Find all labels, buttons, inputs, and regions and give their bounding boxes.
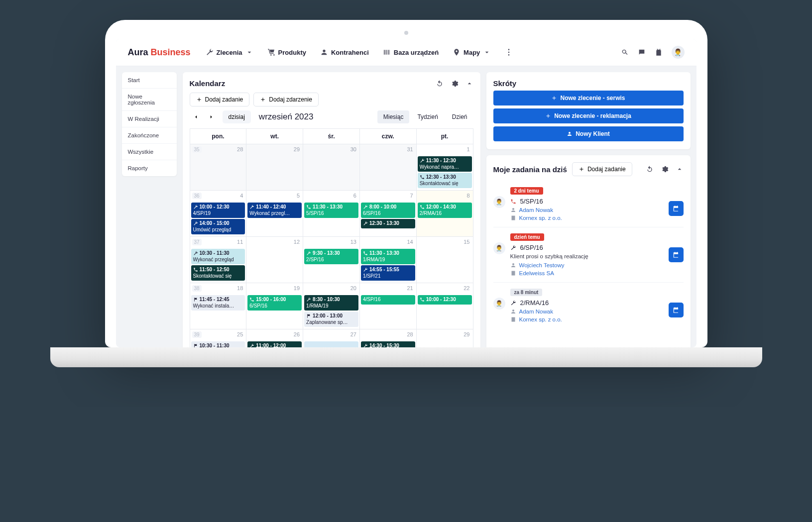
task-company[interactable]: Kornex sp. z o.o. <box>510 316 664 322</box>
calendar-cell[interactable]: 12 <box>246 237 303 283</box>
calendar-event[interactable]: 15:00 - 16:006/SP/16 <box>247 295 302 311</box>
wrench-icon <box>249 205 254 209</box>
nav-mapy[interactable]: Mapy <box>453 48 491 56</box>
calendar-event[interactable]: 12:30 - 13:30Skontaktować się <box>418 173 472 188</box>
task-calendar-button[interactable] <box>669 247 684 262</box>
sidebar-item-2[interactable]: W Realizacji <box>122 111 177 127</box>
calendar-cell[interactable]: 436 10:00 - 12:304/SP/19 14:00 - 15:00Um… <box>190 191 247 237</box>
tasks-refresh[interactable] <box>646 165 654 173</box>
calendar-cell[interactable]: 7 8:00 - 10:006/SP/16 12:30 - 13:30 <box>360 191 417 237</box>
calendar-event[interactable]: 10:30 - 11:30Wykonać instala… <box>191 341 245 347</box>
calendar-cell[interactable]: 1 11:30 - 12:30Wykonać napra… 12:30 - 13… <box>417 144 473 191</box>
view-month[interactable]: Miesiąc <box>377 110 410 123</box>
calendar-event[interactable]: 11:30 - 13:305/SP/16 <box>304 203 358 218</box>
calendar-cell[interactable]: 1838 11:45 - 12:45Wykonać instala… <box>190 283 247 329</box>
task-calendar-button[interactable] <box>669 303 684 317</box>
add-task-button[interactable]: Dodaj zadanie <box>190 93 250 106</box>
task-calendar-button[interactable] <box>669 201 684 216</box>
task-title[interactable]: 6/SP/16 <box>510 244 664 251</box>
nav-more[interactable] <box>505 48 513 56</box>
calendar-event[interactable]: 9:30 - 13:302/SP/16 <box>304 249 358 264</box>
new-service-order-button[interactable]: Nowe zlecenie - serwis <box>493 91 684 105</box>
calendar-collapse[interactable] <box>465 80 473 88</box>
calendar-cell[interactable]: 26 11:00 - 12:00Umówić przegląd <box>246 329 303 347</box>
prev-month[interactable] <box>190 110 203 123</box>
calendar-cell[interactable]: 8 12:00 - 14:302/RMA/16 <box>417 191 473 237</box>
calendar-settings[interactable] <box>451 80 459 88</box>
task-company[interactable]: Edelweiss SA <box>510 270 664 276</box>
calendar-cell[interactable]: 22 10:00 - 12:30 <box>417 283 473 329</box>
nav-zlecenia[interactable]: Zlecenia <box>206 48 253 56</box>
add-event-button[interactable]: Dodaj zdarzenie <box>253 93 319 106</box>
calendar-event[interactable]: 14:30 - 15:30 <box>361 341 415 347</box>
task-company[interactable]: Kornex sp. z o.o. <box>510 215 664 221</box>
week-number: 36 <box>192 193 202 199</box>
search-button[interactable] <box>621 48 629 56</box>
calendar-event[interactable]: 11:30 - 13:301/RMA/19 <box>361 249 415 264</box>
calendar-refresh[interactable] <box>436 80 444 88</box>
nav-baza[interactable]: Baza urządzeń <box>383 48 439 56</box>
calendar-cell[interactable]: 208:30 - 10:301/RMA/19 12:00 - 13:00Zapl… <box>303 283 360 329</box>
calendar-cell[interactable]: 28 14:30 - 15:30 <box>360 329 417 347</box>
calendar-cell[interactable]: 30 <box>303 144 360 191</box>
view-day[interactable]: Dzień <box>446 110 473 123</box>
calendar-event[interactable]: 11:45 - 12:45Wykonać instala… <box>191 295 245 311</box>
nav-kontrahenci[interactable]: Kontrahenci <box>320 48 369 56</box>
calendar-cell[interactable]: 19 15:00 - 16:006/SP/16 <box>246 283 303 329</box>
calendar-event[interactable]: 10:30 - 11:30Wykonać przegląd <box>191 249 245 264</box>
calendar-cell[interactable]: 29 <box>417 329 473 347</box>
calendar-cell[interactable]: 21 4/SP/16 <box>360 283 417 329</box>
next-month[interactable] <box>205 110 218 123</box>
new-complaint-order-button[interactable]: Nowe zlecenie - reklamacja <box>493 108 684 123</box>
day-number: 21 <box>407 285 413 291</box>
sidebar-item-1[interactable]: Nowe zgłoszenia <box>122 89 177 111</box>
calendar-event[interactable]: 12:30 - 13:30 <box>361 219 415 228</box>
calendar-event[interactable] <box>304 341 358 347</box>
sidebar-item-3[interactable]: Zakończone <box>122 127 177 144</box>
calendar-cell[interactable]: 15 <box>417 237 473 283</box>
sidebar-item-5[interactable]: Raporty <box>122 160 177 176</box>
calendar-event[interactable]: 14:55 - 15:551/SP/21 <box>361 265 415 281</box>
nav-produkty[interactable]: Produkty <box>267 48 306 56</box>
calendar-event[interactable]: 12:00 - 14:302/RMA/16 <box>418 203 472 218</box>
clipboard-button[interactable] <box>655 48 663 56</box>
calendar-event[interactable]: 11:50 - 12:50Skontaktować się <box>191 265 245 281</box>
sidebar-item-4[interactable]: Wszystkie <box>122 144 177 160</box>
calendar-event[interactable]: 12:00 - 13:00Zaplanowane sp… <box>304 312 358 327</box>
calendar-event[interactable]: 11:30 - 12:30Wykonać napra… <box>418 156 472 172</box>
user-avatar[interactable]: 👨‍⚕️ <box>672 46 685 59</box>
calendar-event[interactable]: 8:30 - 10:301/RMA/19 <box>304 295 358 311</box>
calendar-event[interactable]: 11:40 - 12:40Wykonać przegl… <box>247 203 302 218</box>
new-client-button[interactable]: Nowy Klient <box>493 126 684 141</box>
tasks-collapse[interactable] <box>676 165 684 173</box>
chat-button[interactable] <box>638 48 646 56</box>
sidebar-item-0[interactable]: Start <box>122 72 177 89</box>
calendar-cell[interactable]: 31 <box>360 144 417 191</box>
calendar-event[interactable]: 4/SP/16 <box>361 295 415 305</box>
calendar-event[interactable]: 10:00 - 12:304/SP/19 <box>191 203 245 218</box>
task-person[interactable]: Wojciech Testowy <box>510 262 664 268</box>
task-title[interactable]: 2/RMA/16 <box>510 299 664 307</box>
calendar-event[interactable]: 11:00 - 12:00Umówić przegląd <box>247 341 302 347</box>
tasks-settings[interactable] <box>661 165 669 173</box>
calendar-cell[interactable]: 2835 <box>190 144 247 191</box>
calendar-event[interactable]: 10:00 - 12:30 <box>418 295 472 305</box>
task-title[interactable]: 5/SP/16 <box>510 198 664 205</box>
new-service-order-label: Nowe zlecenie - serwis <box>560 95 625 102</box>
calendar-cell[interactable]: 27 12:00 - 13:00Wykonać instalację <box>303 329 360 347</box>
logo-a: Aura <box>128 47 148 57</box>
calendar-event[interactable]: 8:00 - 10:006/SP/16 <box>361 203 415 218</box>
calendar-cell[interactable]: 5 11:40 - 12:40Wykonać przegl… <box>246 191 303 237</box>
calendar-cell[interactable]: 14 11:30 - 13:301/RMA/19 14:55 - 15:551/… <box>360 237 417 283</box>
task-person[interactable]: Adam Nowak <box>510 309 664 314</box>
calendar-event[interactable]: 14:00 - 15:00Umówić przegląd <box>191 219 245 234</box>
task-person[interactable]: Adam Nowak <box>510 207 664 213</box>
calendar-cell[interactable]: 6 11:30 - 13:305/SP/16 <box>303 191 360 237</box>
calendar-cell[interactable]: 1137 10:30 - 11:30Wykonać przegląd 11:50… <box>190 237 247 283</box>
view-week[interactable]: Tydzień <box>411 110 444 123</box>
today-button[interactable]: dzisiaj <box>223 110 251 123</box>
calendar-cell[interactable]: 29 <box>246 144 303 191</box>
calendar-cell[interactable]: 13 9:30 - 13:302/SP/16 <box>303 237 360 283</box>
calendar-cell[interactable]: 2539 10:30 - 11:30Wykonać instala… <box>190 329 247 347</box>
tasks-add-button[interactable]: Dodaj zadanie <box>572 162 632 176</box>
